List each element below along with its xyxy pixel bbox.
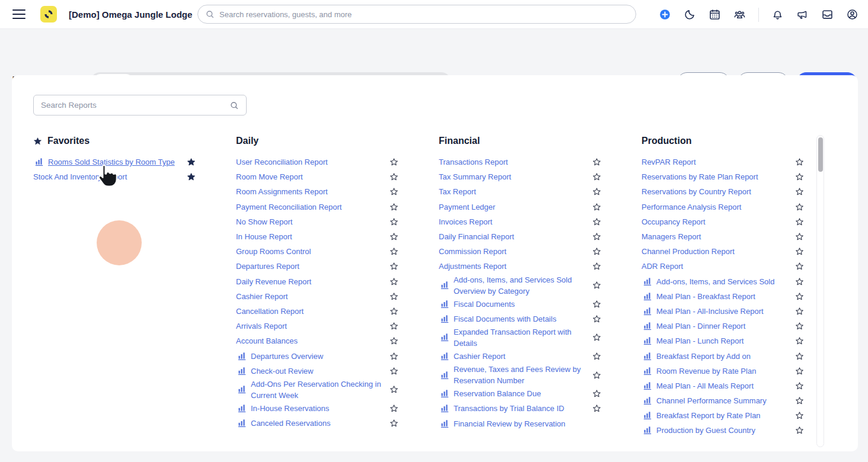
favorite-star-toggle[interactable] (390, 404, 398, 413)
report-link[interactable]: Room Assignments Report (236, 186, 328, 197)
favorite-star-toggle[interactable] (795, 292, 804, 301)
report-link[interactable]: Fiscal Documents (454, 299, 515, 310)
report-link[interactable]: Reservations by Rate Plan Report (642, 171, 758, 182)
favorite-star-toggle[interactable] (795, 367, 804, 376)
favorite-star-toggle[interactable] (795, 336, 804, 345)
report-link[interactable]: Add-Ons Per Reservation Checking in Curr… (251, 378, 385, 401)
report-link[interactable]: Account Balances (236, 335, 298, 346)
favorite-star-toggle[interactable] (592, 300, 601, 309)
favorite-star-toggle[interactable] (592, 389, 601, 398)
favorite-star-toggle[interactable] (592, 371, 601, 380)
report-link[interactable]: Add-ons, Items, and Services Sold Overvi… (454, 274, 588, 297)
favorite-star-toggle[interactable] (592, 281, 601, 290)
favorite-star-toggle[interactable] (795, 322, 804, 331)
report-link[interactable]: Group Rooms Control (236, 246, 311, 257)
report-link[interactable]: User Reconciliation Report (236, 156, 328, 168)
favorite-star-toggle[interactable] (592, 232, 601, 241)
favorite-star-toggle[interactable] (390, 262, 398, 271)
favorite-star-toggle[interactable] (390, 336, 398, 345)
calendar-icon[interactable] (709, 8, 721, 21)
report-link[interactable]: RevPAR Report (642, 156, 696, 168)
favorite-star-toggle[interactable] (592, 247, 601, 256)
report-link[interactable]: Production by Guest Country (656, 425, 755, 436)
favorite-star-toggle[interactable] (795, 187, 804, 196)
report-link[interactable]: Channel Performance Summary (656, 395, 767, 406)
report-link[interactable]: Channel Production Report (642, 246, 735, 257)
favorite-star-toggle[interactable] (795, 172, 804, 181)
report-link[interactable]: Invoices Report (439, 216, 492, 227)
report-link[interactable]: Revenue, Taxes and Fees Review by Reserv… (454, 364, 588, 386)
report-link[interactable]: Payment Reconciliation Report (236, 201, 342, 213)
favorite-star-toggle[interactable] (795, 426, 804, 435)
favorite-star-toggle[interactable] (390, 172, 398, 181)
favorite-star-toggle[interactable] (187, 158, 196, 166)
report-link[interactable]: Meal Plan - Breakfast Report (656, 291, 755, 302)
reports-search[interactable] (33, 95, 247, 116)
report-link[interactable]: Daily Revenue Report (236, 276, 311, 287)
report-link[interactable]: Transactions by Trial Balance ID (454, 403, 564, 414)
favorite-star-toggle[interactable] (795, 203, 804, 211)
report-link[interactable]: Departures Report (236, 261, 299, 272)
quick-add-button[interactable] (659, 8, 671, 21)
report-link[interactable]: In House Report (236, 231, 292, 242)
report-link[interactable]: Transactions Report (439, 156, 508, 168)
user-groups-icon[interactable] (733, 8, 746, 21)
favorite-star-toggle[interactable] (390, 367, 398, 376)
favorite-star-toggle[interactable] (795, 158, 804, 166)
global-search-input[interactable] (219, 10, 628, 19)
report-link[interactable]: Cancellation Report (236, 306, 304, 317)
reports-search-input[interactable] (41, 101, 229, 110)
report-link[interactable]: Breakfast Report by Add on (656, 351, 751, 362)
report-link[interactable]: Room Move Report (236, 171, 303, 182)
favorite-star-toggle[interactable] (592, 158, 601, 166)
report-link[interactable]: Payment Ledger (439, 201, 495, 213)
report-link[interactable]: Reservations by Country Report (642, 186, 751, 197)
global-search[interactable] (197, 5, 636, 24)
favorite-star-toggle[interactable] (795, 277, 804, 286)
favorite-star-toggle[interactable] (390, 232, 398, 241)
favorite-star-toggle[interactable] (390, 203, 398, 211)
favorite-star-toggle[interactable] (795, 381, 804, 390)
report-link[interactable]: Fiscal Documents with Details (454, 313, 556, 325)
favorite-star-toggle[interactable] (592, 217, 601, 226)
report-link[interactable]: Commission Report (439, 246, 506, 257)
report-link[interactable]: ADR Report (642, 261, 683, 272)
panel-scrollbar-thumb[interactable] (818, 137, 823, 172)
favorite-star-toggle[interactable] (795, 307, 804, 316)
announcements-megaphone-icon[interactable] (796, 8, 809, 21)
report-link[interactable]: Canceled Reservations (251, 418, 330, 429)
favorite-star-toggle[interactable] (592, 404, 601, 413)
report-link[interactable]: Adjustments Report (439, 261, 506, 272)
account-profile-icon[interactable] (846, 8, 859, 21)
favorite-star-toggle[interactable] (592, 352, 601, 361)
report-link[interactable]: Reservation Balance Due (454, 388, 541, 399)
favorite-star-toggle[interactable] (592, 262, 601, 271)
report-link[interactable]: Occupancy Report (642, 216, 706, 227)
favorite-star-toggle[interactable] (795, 396, 804, 405)
favorite-star-toggle[interactable] (390, 322, 398, 331)
notifications-bell-icon[interactable] (771, 8, 784, 21)
report-link[interactable]: Add-ons, Items, and Services Sold (656, 276, 774, 287)
favorite-star-toggle[interactable] (390, 277, 398, 286)
report-link[interactable]: Financial Review by Reservation (454, 418, 566, 429)
report-link[interactable]: Room Revenue by Rate Plan (656, 365, 756, 377)
favorite-star-toggle[interactable] (592, 172, 601, 181)
report-link[interactable]: Tax Summary Report (439, 171, 511, 182)
favorite-star-toggle[interactable] (390, 158, 398, 166)
report-link[interactable]: Cashier Report (236, 291, 288, 302)
favorite-star-toggle[interactable] (795, 262, 804, 271)
favorite-star-toggle[interactable] (390, 419, 398, 428)
report-link[interactable]: Meal Plan - Dinner Report (656, 320, 745, 332)
favorite-star-toggle[interactable] (795, 232, 804, 241)
favorite-star-toggle[interactable] (795, 217, 804, 226)
favorite-star-toggle[interactable] (795, 247, 804, 256)
report-link[interactable]: Breakfast Report by Rate Plan (656, 410, 761, 421)
favorite-star-toggle[interactable] (390, 292, 398, 301)
report-link[interactable]: Tax Report (439, 186, 476, 197)
favorite-star-toggle[interactable] (390, 352, 398, 361)
favorite-star-toggle[interactable] (592, 203, 601, 211)
favorite-star-toggle[interactable] (795, 411, 804, 420)
report-link[interactable]: Departures Overview (251, 351, 323, 362)
favorite-star-toggle[interactable] (390, 385, 398, 394)
report-link[interactable]: In-House Reservations (251, 403, 329, 414)
